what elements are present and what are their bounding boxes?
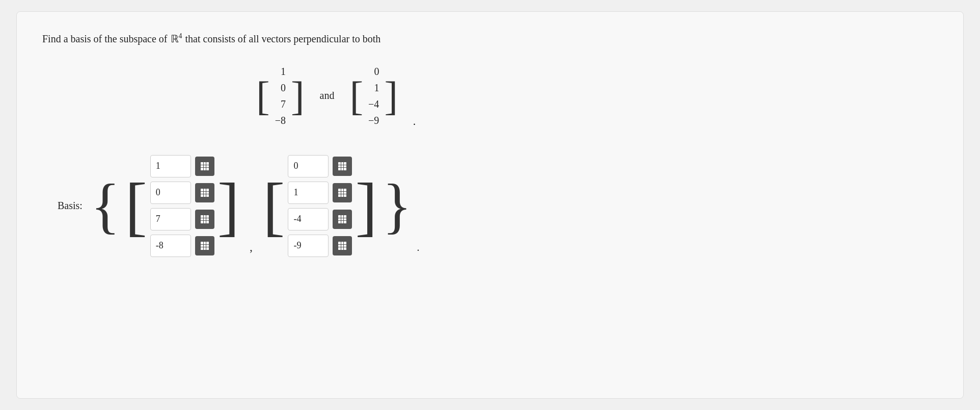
svg-rect-15 (201, 194, 203, 197)
svg-rect-46 (341, 189, 343, 191)
basis-input-1-3[interactable] (150, 208, 191, 230)
basis-section: Basis: { [ (58, 152, 938, 260)
svg-rect-7 (204, 168, 206, 170)
grid-icon-1-3 (200, 214, 210, 224)
v1-row3: 7 (276, 97, 286, 111)
basis-matrices: [ (125, 152, 377, 260)
svg-rect-63 (338, 242, 341, 244)
svg-rect-67 (341, 245, 343, 247)
exponent: 4 (179, 32, 182, 40)
grid-icon-2-2 (337, 188, 347, 198)
v1-row2: 0 (276, 81, 286, 95)
svg-rect-9 (201, 189, 203, 191)
basis-matrix-1: [ (125, 152, 240, 260)
svg-rect-2 (206, 162, 209, 165)
svg-rect-40 (341, 165, 343, 167)
svg-rect-18 (201, 215, 203, 218)
basis-matrix-2: [ (263, 152, 377, 260)
basis-column-1 (148, 152, 216, 260)
basis-label: Basis: (58, 200, 83, 212)
svg-rect-10 (204, 189, 206, 191)
basis-input-2-3[interactable] (288, 208, 329, 230)
svg-rect-22 (204, 218, 206, 220)
input-row-2-3 (288, 208, 352, 230)
grid-icon-1-4 (200, 241, 210, 251)
svg-rect-55 (341, 215, 343, 218)
svg-rect-51 (338, 194, 341, 197)
svg-rect-59 (344, 218, 346, 220)
basis-input-2-4[interactable] (288, 235, 329, 257)
svg-rect-30 (201, 245, 203, 247)
svg-rect-50 (344, 192, 346, 194)
grid-btn-1-2[interactable] (195, 183, 214, 202)
svg-rect-66 (338, 245, 341, 247)
basis-bracket-left-2: [ (263, 173, 285, 239)
problem-vectors-row: [ 1 0 7 −8 ] and [ 0 1 −4 −9 ] . (256, 60, 938, 132)
grid-btn-1-4[interactable] (195, 236, 214, 255)
svg-rect-11 (206, 189, 209, 191)
svg-rect-32 (206, 245, 209, 247)
grid-icon-2-1 (337, 161, 347, 171)
svg-rect-20 (206, 215, 209, 218)
bracket-right-2: ] (384, 75, 398, 116)
grid-btn-2-4[interactable] (333, 236, 352, 255)
input-row-2-1 (288, 155, 352, 177)
grid-btn-2-2[interactable] (333, 183, 352, 202)
grid-btn-2-1[interactable] (333, 157, 352, 176)
svg-rect-34 (204, 247, 206, 250)
curly-brace-right: } (383, 175, 412, 237)
problem-period: . (413, 116, 416, 132)
basis-bracket-right-2: ] (355, 173, 377, 239)
v2-row2: 1 (369, 81, 379, 95)
svg-rect-24 (201, 221, 203, 223)
v2-row3: −4 (368, 97, 379, 111)
svg-rect-27 (201, 242, 203, 244)
svg-rect-70 (341, 247, 343, 250)
grid-btn-1-3[interactable] (195, 210, 214, 229)
bracket-right-1: ] (291, 75, 305, 116)
svg-rect-60 (338, 221, 341, 223)
comma-separator: , (250, 240, 253, 260)
svg-rect-33 (201, 247, 203, 250)
grid-btn-2-3[interactable] (333, 210, 352, 229)
svg-rect-53 (344, 194, 346, 197)
svg-rect-62 (344, 221, 346, 223)
svg-rect-65 (344, 242, 346, 244)
svg-rect-48 (338, 192, 341, 194)
problem-vector2: [ 0 1 −4 −9 ] (349, 60, 398, 132)
input-row-1-1 (150, 155, 214, 177)
svg-rect-3 (201, 165, 203, 167)
svg-rect-45 (338, 189, 341, 191)
svg-rect-26 (206, 221, 209, 223)
input-row-1-3 (150, 208, 214, 230)
basis-input-1-2[interactable] (150, 182, 191, 204)
vector1-values: 1 0 7 −8 (272, 60, 289, 132)
basis-input-2-2[interactable] (288, 182, 329, 204)
basis-input-1-1[interactable] (150, 155, 191, 177)
grid-icon-1-1 (200, 161, 210, 171)
basis-input-1-4[interactable] (150, 235, 191, 257)
svg-rect-6 (201, 168, 203, 170)
svg-rect-23 (206, 218, 209, 220)
problem-statement: Find a basis of the subspace of ℝ4 that … (42, 32, 938, 45)
basis-input-2-1[interactable] (288, 155, 329, 177)
svg-rect-1 (204, 162, 206, 165)
basis-column-2 (286, 152, 354, 260)
r4-symbol: ℝ4 (171, 32, 182, 45)
svg-rect-56 (344, 215, 346, 218)
main-card: Find a basis of the subspace of ℝ4 that … (16, 11, 964, 399)
svg-rect-35 (206, 247, 209, 250)
input-row-2-4 (288, 235, 352, 257)
svg-rect-64 (341, 242, 343, 244)
problem-text-before: Find a basis of the subspace of (42, 33, 168, 45)
svg-rect-41 (344, 165, 346, 167)
grid-btn-1-1[interactable] (195, 157, 214, 176)
grid-icon-2-4 (337, 241, 347, 251)
svg-rect-5 (206, 165, 209, 167)
svg-rect-58 (341, 218, 343, 220)
svg-rect-49 (341, 192, 343, 194)
input-row-2-2 (288, 182, 352, 204)
bracket-left-1: [ (256, 75, 270, 116)
v1-row4: −8 (275, 113, 286, 127)
svg-rect-4 (204, 165, 206, 167)
